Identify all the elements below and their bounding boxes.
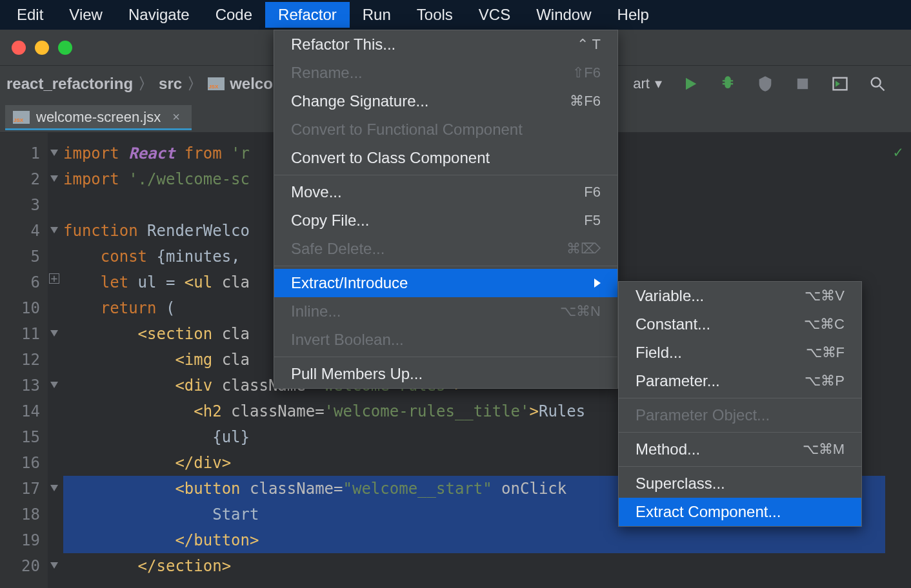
menu-refactor[interactable]: Refactor xyxy=(265,2,350,28)
refactor-menu-item-pull-members-up[interactable]: Pull Members Up... xyxy=(274,360,617,388)
fold-icon[interactable] xyxy=(48,373,63,398)
menu-item-label: Copy File... xyxy=(291,211,369,230)
fold-expand-icon[interactable] xyxy=(48,270,63,295)
fold-icon[interactable] xyxy=(48,218,63,244)
menu-view[interactable]: View xyxy=(56,2,115,28)
menu-item-label: Convert to Functional Component xyxy=(291,121,523,139)
extract-menu-item-extract-component[interactable]: Extract Component... xyxy=(619,498,861,526)
extract-menu-item-parameter[interactable]: Parameter...⌥⌘P xyxy=(619,367,861,395)
line-number: 4 xyxy=(0,218,40,244)
refactor-menu-item-copy-file[interactable]: Copy File...F5 xyxy=(274,206,617,235)
extract-introduce-submenu: Variable...⌥⌘VConstant...⌥⌘CField...⌥⌘FP… xyxy=(618,281,862,527)
extract-menu-separator xyxy=(619,432,861,433)
menu-navigate[interactable]: Navigate xyxy=(115,2,203,28)
breadcrumb-file[interactable]: welco xyxy=(230,75,273,93)
menu-item-label: Safe Delete... xyxy=(291,240,385,258)
fold-icon[interactable] xyxy=(48,166,63,192)
svg-point-2 xyxy=(872,78,881,87)
tab-filename: welcome-screen.jsx xyxy=(36,109,161,126)
fold-icon[interactable] xyxy=(48,476,63,502)
menu-item-shortcut: ⌥⌘P xyxy=(805,373,845,389)
line-number: 2 xyxy=(0,166,40,192)
extract-menu-item-method[interactable]: Method...⌥⌘M xyxy=(619,435,861,464)
menu-item-label: Invert Boolean... xyxy=(291,331,404,349)
menu-item-label: Superclass... xyxy=(636,475,725,493)
menu-item-label: Method... xyxy=(636,440,700,458)
menu-item-shortcut: F5 xyxy=(584,212,601,229)
refactor-menu-item-invert-boolean: Invert Boolean... xyxy=(274,326,617,354)
line-number: 5 xyxy=(0,244,40,270)
refactor-menu-item-convert-to-functional-component: Convert to Functional Component xyxy=(274,115,617,144)
menu-item-shortcut: ⌃ T xyxy=(577,36,601,53)
refactor-menu-item-convert-to-class-component[interactable]: Convert to Class Component xyxy=(274,144,617,172)
line-number: 6 xyxy=(0,270,40,295)
extract-menu-item-superclass[interactable]: Superclass... xyxy=(619,469,861,498)
window-close-icon[interactable] xyxy=(12,41,26,55)
menu-item-label: Extract/Introduce xyxy=(291,274,408,292)
window-minimize-icon[interactable] xyxy=(35,41,49,55)
line-number: 20 xyxy=(0,553,40,579)
refactor-menu: Refactor This...⌃ TRename...⇧F6Change Si… xyxy=(274,30,618,389)
menu-item-label: Constant... xyxy=(636,315,710,333)
menu-item-shortcut: ⌥⌘F xyxy=(806,344,845,361)
run-config-selector[interactable]: art ▾ xyxy=(633,75,662,92)
extract-menu-separator xyxy=(619,398,861,398)
menu-help[interactable]: Help xyxy=(605,2,662,28)
search-icon[interactable] xyxy=(868,75,886,93)
menu-item-shortcut: ⌥⌘C xyxy=(804,316,845,333)
menu-item-shortcut: ⌥⌘M xyxy=(803,441,845,458)
checkmark-icon: ✓ xyxy=(894,139,903,588)
menu-item-shortcut: ⌥⌘V xyxy=(805,288,845,304)
refactor-menu-item-refactor-this[interactable]: Refactor This...⌃ T xyxy=(274,30,617,59)
gutter: 1 2 3 4 5 6 10 11 12 13 14 15 16 17 18 1… xyxy=(0,133,48,588)
menu-item-shortcut: ⇧F6 xyxy=(572,64,601,81)
chevron-right-icon: 〉 xyxy=(138,74,154,94)
menu-item-label: Rename... xyxy=(291,64,363,82)
menu-item-label: Refactor This... xyxy=(291,35,395,54)
menu-window[interactable]: Window xyxy=(523,2,604,28)
chevron-down-icon: ▾ xyxy=(655,75,662,92)
line-number: 16 xyxy=(0,450,40,476)
coverage-icon[interactable] xyxy=(756,75,774,93)
tab-welcome-screen[interactable]: welcome-screen.jsx × xyxy=(5,105,192,130)
line-number: 12 xyxy=(0,347,40,373)
breadcrumb-folder[interactable]: src xyxy=(159,75,182,93)
marker-stripe: ✓ xyxy=(885,133,911,588)
svg-line-3 xyxy=(880,86,885,91)
refactor-menu-item-extract-introduce[interactable]: Extract/Introduce xyxy=(274,269,617,297)
fold-icon[interactable] xyxy=(48,321,63,347)
refactor-menu-item-change-signature[interactable]: Change Signature...⌘F6 xyxy=(274,87,617,115)
refactor-menu-separator xyxy=(274,357,617,357)
extract-menu-item-field[interactable]: Field...⌥⌘F xyxy=(619,338,861,367)
menu-vcs[interactable]: VCS xyxy=(466,2,523,28)
line-number: 15 xyxy=(0,424,40,450)
extract-menu-item-variable[interactable]: Variable...⌥⌘V xyxy=(619,282,861,310)
line-number: 17 xyxy=(0,476,40,502)
layout-icon[interactable] xyxy=(831,75,849,93)
jsx-file-icon xyxy=(208,77,225,90)
extract-menu-separator xyxy=(619,466,861,467)
jsx-file-icon xyxy=(13,111,30,124)
stop-icon[interactable] xyxy=(794,75,812,93)
refactor-menu-separator xyxy=(274,266,617,266)
run-icon[interactable] xyxy=(681,75,699,93)
menu-code[interactable]: Code xyxy=(203,2,265,28)
extract-menu-item-constant[interactable]: Constant...⌥⌘C xyxy=(619,310,861,338)
debug-icon[interactable] xyxy=(719,75,737,93)
menu-run[interactable]: Run xyxy=(350,2,404,28)
fold-icon[interactable] xyxy=(48,141,63,166)
line-number: 18 xyxy=(0,502,40,527)
extract-menu-item-parameter-object: Parameter Object... xyxy=(619,401,861,429)
breadcrumb-project[interactable]: react_refactoring xyxy=(6,75,133,93)
menu-edit[interactable]: Edit xyxy=(4,2,56,28)
window-zoom-icon[interactable] xyxy=(58,41,72,55)
line-number: 14 xyxy=(0,398,40,424)
line-number: 19 xyxy=(0,527,40,553)
menu-item-label: Pull Members Up... xyxy=(291,365,423,383)
close-tab-icon[interactable]: × xyxy=(172,110,180,124)
breadcrumb[interactable]: react_refactoring 〉 src 〉 welco xyxy=(6,74,273,94)
menu-tools[interactable]: Tools xyxy=(404,2,466,28)
menu-item-label: Extract Component... xyxy=(636,503,781,521)
refactor-menu-item-move[interactable]: Move...F6 xyxy=(274,178,617,206)
fold-icon[interactable] xyxy=(48,553,63,579)
